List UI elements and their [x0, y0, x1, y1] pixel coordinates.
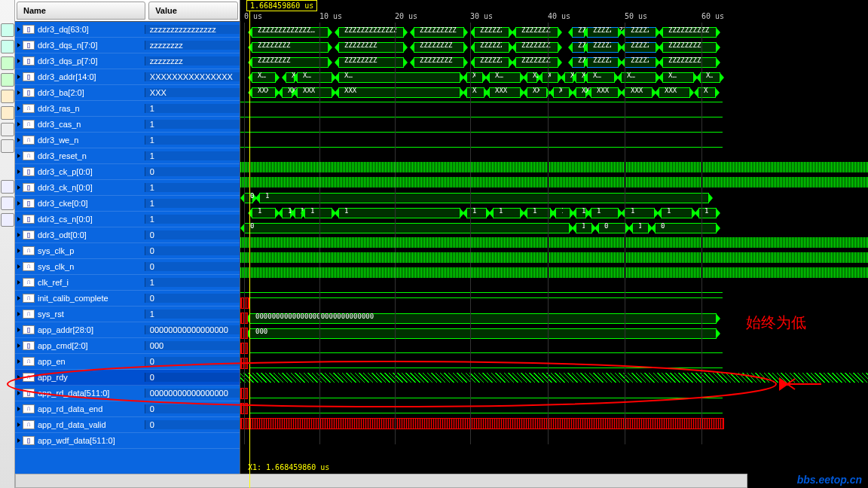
signal-value: 0: [145, 230, 240, 239]
signal-row[interactable]: []app_wdf_data[511:0]: [15, 433, 240, 449]
signal-panel: Name Value []ddr3_dq[63:0]zzzzzzzzzzzzzz…: [15, 0, 240, 488]
signal-value: 000: [145, 341, 240, 350]
signal-row[interactable]: ⎍ddr3_cas_n1: [15, 117, 240, 133]
signal-row[interactable]: []ddr3_addr[14:0]XXXXXXXXXXXXXXX: [15, 69, 240, 85]
tool-btn[interactable]: [1, 56, 14, 70]
annotation-arrow-icon: [776, 373, 829, 395]
expand-icon[interactable]: [17, 154, 20, 158]
signal-row[interactable]: ⎍init_calib_complete0: [15, 291, 240, 307]
signal-row[interactable]: []app_cmd[2:0]000: [15, 338, 240, 354]
expand-icon[interactable]: [17, 249, 20, 253]
signal-row[interactable]: []ddr3_dqs_n[7:0]zzzzzzzz: [15, 38, 240, 53]
expand-icon[interactable]: [17, 90, 20, 95]
signal-row[interactable]: []ddr3_ba[2:0]XXX: [15, 85, 240, 101]
signal-name: sys_clk_p: [38, 246, 74, 255]
signal-row[interactable]: ⎍ddr3_reset_n1: [15, 148, 240, 164]
tool-btn[interactable]: [1, 123, 14, 136]
signal-row[interactable]: []ddr3_odt[0:0]0: [15, 227, 240, 243]
signal-name: ddr3_odt[0:0]: [38, 230, 87, 239]
signal-name: ddr3_ck_p[0:0]: [38, 167, 93, 176]
tool-btn[interactable]: [1, 23, 14, 37]
signal-row[interactable]: []ddr3_ck_p[0:0]0: [15, 164, 240, 180]
expand-icon[interactable]: [17, 264, 20, 269]
expand-icon[interactable]: [17, 201, 20, 206]
signal-row[interactable]: []ddr3_ck_n[0:0]1: [15, 180, 240, 196]
expand-icon[interactable]: [17, 422, 20, 427]
expand-icon[interactable]: [17, 296, 20, 300]
signal-type-icon: []: [23, 72, 35, 81]
time-ruler[interactable]: 0 us10 us20 us30 us40 us50 us60 us: [240, 12, 868, 23]
signal-row[interactable]: []app_addr[28:0]00000000000000000: [15, 322, 240, 338]
expand-icon[interactable]: [17, 138, 20, 142]
signal-row[interactable]: []ddr3_dq[63:0]zzzzzzzzzzzzzzzz: [15, 22, 240, 38]
signal-value: 1: [145, 278, 240, 287]
signal-type-icon: ⎍: [23, 104, 35, 113]
signal-row[interactable]: []ddr3_cs_n[0:0]1: [15, 212, 240, 227]
signal-row[interactable]: ⎍app_rd_data_valid0: [15, 417, 240, 433]
expand-icon[interactable]: [17, 185, 20, 190]
name-header[interactable]: Name: [17, 2, 145, 20]
ruler-tick: 10 us: [319, 12, 342, 20]
tool-btn[interactable]: [1, 73, 14, 87]
expand-icon[interactable]: [17, 343, 20, 348]
signal-row[interactable]: ⎍ddr3_we_n1: [15, 133, 240, 148]
value-header[interactable]: Value: [148, 2, 238, 20]
tool-btn[interactable]: [1, 139, 14, 153]
horizontal-scrollbar[interactable]: [15, 474, 747, 488]
tool-btn[interactable]: [1, 106, 14, 120]
waveform-area[interactable]: 1.668459860 us 0 us10 us20 us30 us40 us5…: [240, 0, 868, 488]
signal-row[interactable]: ⎍sys_rst1: [15, 307, 240, 322]
expand-icon[interactable]: [17, 328, 20, 332]
signal-value: 1: [145, 120, 240, 129]
tool-btn[interactable]: [1, 90, 14, 103]
tool-btn[interactable]: [1, 180, 14, 194]
ruler-tick: 50 us: [625, 12, 647, 20]
signal-type-icon: []: [23, 436, 35, 445]
signal-value: 0: [145, 262, 240, 271]
signal-value: zzzzzzzzzzzzzzzz: [145, 25, 240, 34]
tool-btn[interactable]: [1, 197, 14, 210]
signal-type-icon: ⎍: [23, 120, 35, 129]
expand-icon[interactable]: [17, 59, 20, 63]
signal-value: 0: [145, 420, 240, 429]
signal-row[interactable]: []ddr3_cke[0:0]1: [15, 196, 240, 212]
tool-btn[interactable]: [1, 40, 14, 53]
signal-name: ddr3_ras_n: [38, 104, 80, 113]
expand-icon[interactable]: [17, 106, 20, 111]
signal-name: ddr3_ba[2:0]: [38, 88, 84, 97]
signal-value: 1: [145, 136, 240, 145]
cursor-line[interactable]: [249, 0, 250, 488]
signal-type-icon: ⎍: [23, 420, 35, 429]
signal-type-icon: []: [23, 215, 35, 224]
signal-list[interactable]: []ddr3_dq[63:0]zzzzzzzzzzzzzzzz[]ddr3_dq…: [15, 22, 240, 488]
signal-type-icon: ⎍: [23, 310, 35, 319]
signal-row[interactable]: ⎍ddr3_ras_n1: [15, 101, 240, 117]
expand-icon[interactable]: [17, 233, 20, 237]
signal-row[interactable]: ⎍sys_clk_p0: [15, 243, 240, 259]
signal-row[interactable]: []ddr3_dqs_p[7:0]zzzzzzzz: [15, 53, 240, 69]
signal-name: ddr3_reset_n: [38, 151, 87, 160]
signal-name: ddr3_dqs_n[7:0]: [38, 41, 98, 50]
expand-icon[interactable]: [17, 169, 20, 174]
signal-row[interactable]: ⎍clk_ref_i1: [15, 275, 240, 291]
signal-row[interactable]: ⎍sys_clk_n0: [15, 259, 240, 275]
signal-value: 1: [145, 151, 240, 160]
expand-icon[interactable]: [17, 312, 20, 316]
tool-btn[interactable]: [1, 213, 14, 227]
signal-name: app_rd_data_valid: [38, 420, 106, 429]
expand-icon[interactable]: [17, 43, 20, 47]
expand-icon[interactable]: [17, 75, 20, 79]
signal-value: 1: [145, 104, 240, 113]
signal-value: 0: [145, 246, 240, 255]
signal-value: XXX: [145, 88, 240, 97]
expand-icon[interactable]: [17, 438, 20, 443]
ruler-tick: 0 us: [244, 12, 262, 20]
expand-icon[interactable]: [17, 27, 20, 32]
signal-type-icon: ⎍: [23, 294, 35, 303]
signal-name: app_cmd[2:0]: [38, 341, 88, 350]
expand-icon[interactable]: [17, 122, 20, 127]
expand-icon[interactable]: [17, 217, 20, 221]
expand-icon[interactable]: [17, 280, 20, 285]
signal-type-icon: []: [23, 325, 35, 334]
signal-type-icon: []: [23, 88, 35, 97]
